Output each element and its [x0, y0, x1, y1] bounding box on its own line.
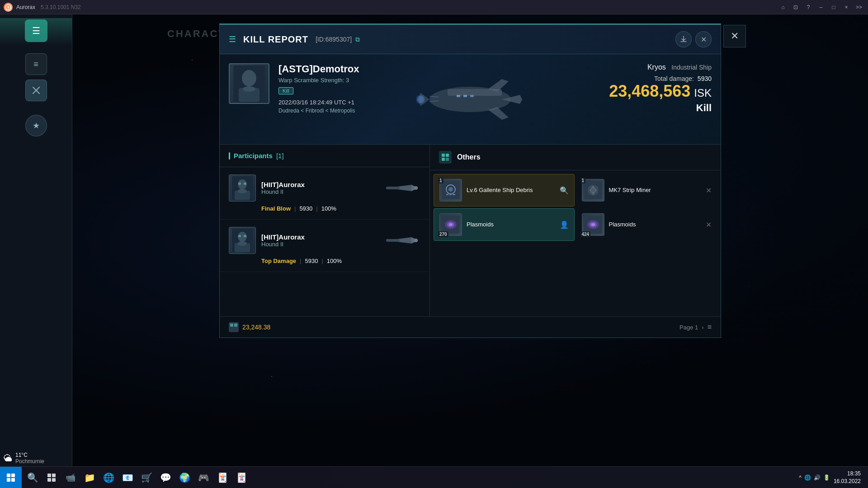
- participants-section: Participants [1]: [220, 145, 430, 316]
- others-item-3[interactable]: 270 Plasmoids 👤: [434, 208, 575, 241]
- sidebar-items: ≡ ★: [25, 49, 47, 463]
- export-button[interactable]: [675, 31, 692, 47]
- weather-icon: 🌥: [4, 453, 13, 464]
- item-icon-2: 1: [582, 179, 604, 202]
- others-item-2[interactable]: 1 MK7 Strip Miner ✕: [576, 174, 717, 206]
- total-damage-row: Total damage: 5930: [609, 75, 712, 82]
- svg-point-24: [238, 241, 247, 246]
- app-title: Aurorax: [16, 4, 35, 10]
- participant-name-2: [HIIT]Aurorax: [261, 233, 370, 241]
- others-grid: 1 Lv.6 Gallente Ship Debris 🔍: [430, 170, 721, 244]
- taskbar-outlook[interactable]: 📧: [118, 469, 137, 487]
- tray-audio[interactable]: 🔊: [814, 474, 821, 481]
- item-name-4: Plasmoids: [609, 221, 702, 229]
- menu-button[interactable]: ☰: [25, 19, 47, 42]
- item-icon-3: 270: [439, 213, 462, 236]
- item-icon-1: 1: [439, 179, 462, 202]
- sidebar-btn-star[interactable]: ★: [25, 115, 47, 136]
- participant-weapon-1: [375, 181, 420, 195]
- page-next-icon[interactable]: ›: [702, 324, 703, 331]
- taskbar-teams[interactable]: 📹: [61, 469, 80, 487]
- isk-row: 23,468,563 ISK: [609, 82, 712, 100]
- character-info: [ASTG]Demotrox Warp Scramble Strength: 3…: [278, 63, 359, 135]
- svg-point-35: [448, 187, 453, 192]
- svg-point-4: [242, 70, 256, 86]
- item-qty-3: 270: [438, 231, 448, 237]
- tray-network[interactable]: 🌐: [804, 474, 811, 481]
- taskbar-chrome[interactable]: 🌍: [175, 469, 193, 487]
- participant-top-2: [HIIT]Aurorax Hound II: [229, 227, 420, 254]
- svg-rect-25: [238, 235, 241, 237]
- participant-info-1: [HIIT]Aurorax Hound II: [261, 181, 370, 195]
- participant-stats-2: Top Damage | 5930 | 100%: [229, 258, 420, 264]
- tray-chevron[interactable]: ^: [799, 474, 802, 481]
- participant-avatar-2: [229, 227, 256, 254]
- kill-outcome: Kill: [609, 102, 712, 114]
- participant-top: [HIIT]Aurorax Hound II: [229, 174, 420, 202]
- kill-footer: 23,248.38 Page 1 › ≡: [220, 316, 721, 338]
- filter-icon[interactable]: ≡: [708, 323, 712, 331]
- kill-hero: [ASTG]Demotrox Warp Scramble Strength: 3…: [220, 54, 721, 145]
- app-logo: [4, 3, 13, 12]
- start-button[interactable]: [0, 467, 22, 488]
- taskbar-extra-2[interactable]: 🃏: [232, 469, 250, 487]
- title-bar: Aurorax 5.3.10.1001 N32 ⌂ ⊡ ? – □ × >>: [0, 0, 868, 14]
- item-close-icon-4[interactable]: ✕: [706, 221, 712, 229]
- svg-rect-10: [457, 95, 460, 97]
- panel-external-close[interactable]: ✕: [723, 25, 746, 47]
- game-sidebar: ☰ ≡ ★: [0, 14, 72, 466]
- taskbar-minecraft[interactable]: 🎮: [194, 469, 212, 487]
- section-accent: [229, 152, 230, 160]
- item-info-2: MK7 Strip Miner: [609, 187, 702, 194]
- taskbar-discord[interactable]: 💬: [156, 469, 175, 487]
- item-name-2: MK7 Strip Miner: [609, 187, 702, 194]
- svg-point-20: [414, 186, 418, 190]
- item-icon-4: 424: [582, 213, 604, 236]
- restore-button[interactable]: □: [828, 2, 839, 13]
- participants-title: Participants: [234, 152, 273, 160]
- screenshot-button[interactable]: ⊡: [790, 2, 801, 13]
- close-button[interactable]: ×: [841, 2, 852, 13]
- taskbar-edge[interactable]: 🌐: [99, 469, 118, 487]
- svg-rect-36: [446, 194, 448, 195]
- more-button[interactable]: >>: [854, 2, 864, 13]
- close-report-button[interactable]: ✕: [695, 31, 712, 47]
- character-avatar: [229, 63, 269, 104]
- others-header: Others: [430, 145, 721, 170]
- kill-report-header: ☰ KILL REPORT [ID:6895307] ⧉: [220, 25, 721, 54]
- minimize-button[interactable]: –: [816, 2, 826, 13]
- footer-page: Page 1 › ≡: [679, 323, 712, 331]
- character-name: [ASTG]Demotrox: [278, 63, 359, 75]
- help-button[interactable]: ?: [803, 2, 814, 13]
- taskbar-extra-1[interactable]: 🃏: [213, 469, 231, 487]
- svg-point-28: [414, 239, 418, 242]
- copy-icon[interactable]: ⧉: [355, 36, 360, 43]
- participant-row-2[interactable]: [HIIT]Aurorax Hound II: [220, 220, 429, 272]
- system-tray-icons: ^ 🌐 🔊 🔋: [799, 474, 830, 481]
- svg-rect-27: [386, 239, 400, 242]
- taskbar-search[interactable]: 🔍: [24, 469, 42, 487]
- participants-header: Participants [1]: [220, 145, 429, 167]
- taskbar-microsoft-store[interactable]: 🛒: [137, 469, 156, 487]
- home-button[interactable]: ⌂: [778, 2, 788, 13]
- weather-widget: 🌥 11°C Pochmurnie: [4, 452, 44, 465]
- participant-avatar-1: [229, 174, 256, 202]
- weather-info: 11°C Pochmurnie: [15, 452, 44, 465]
- ship-image: [378, 54, 562, 144]
- others-item-4[interactable]: 424 Plasmoids ✕: [576, 208, 717, 241]
- sidebar-btn-cross[interactable]: [25, 80, 47, 101]
- item-search-icon-1[interactable]: 🔍: [560, 186, 569, 195]
- taskbar-file-explorer[interactable]: 📁: [80, 469, 99, 487]
- item-close-icon-2[interactable]: ✕: [706, 186, 712, 195]
- taskbar-clock[interactable]: 18:35 16.03.2022: [834, 470, 861, 485]
- taskbar-task-view[interactable]: [42, 469, 61, 487]
- app-version: 5.3.10.1001 N32: [41, 4, 81, 10]
- clock-date: 16.03.2022: [834, 478, 861, 485]
- item-qty-4: 424: [580, 231, 591, 237]
- sidebar-btn-options[interactable]: ≡: [25, 53, 47, 75]
- report-menu-icon[interactable]: ☰: [229, 34, 236, 44]
- others-item-1[interactable]: 1 Lv.6 Gallente Ship Debris 🔍: [434, 174, 575, 206]
- item-name-1: Lv.6 Gallente Ship Debris: [467, 187, 555, 194]
- item-qty-1: 1: [438, 178, 443, 183]
- participant-row[interactable]: [HIIT]Aurorax Hound II: [220, 167, 429, 220]
